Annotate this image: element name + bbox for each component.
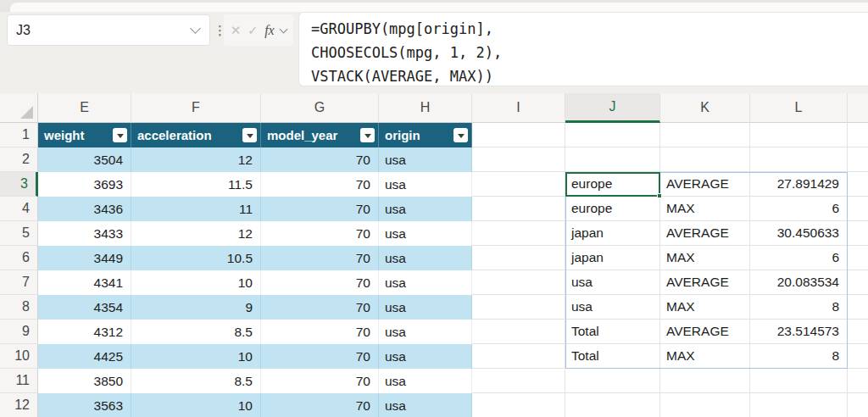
cell-J3[interactable]: europe	[565, 172, 660, 197]
cell-E5[interactable]: 3433	[38, 221, 131, 246]
cell-M1[interactable]	[848, 123, 868, 147]
cell-K8[interactable]: MAX	[660, 295, 750, 320]
cell-F4[interactable]: 11	[131, 197, 261, 221]
cell-M3[interactable]	[848, 172, 868, 197]
row-header-8[interactable]: 8	[0, 295, 38, 320]
cell-G11[interactable]: 70	[261, 369, 379, 393]
cell-L9[interactable]: 23.514573	[750, 320, 848, 344]
cell-L7[interactable]: 20.083534	[750, 270, 848, 295]
cell-I9[interactable]	[472, 320, 565, 344]
cell-K7[interactable]: AVERAGE	[660, 270, 750, 295]
cell-J2[interactable]	[565, 147, 660, 172]
cell-F6[interactable]: 10.5	[131, 246, 261, 270]
column-header-H[interactable]: H	[379, 93, 472, 123]
cell-I7[interactable]	[472, 270, 565, 295]
cell-J4[interactable]: europe	[565, 197, 660, 221]
row-header-3[interactable]: 3	[0, 172, 38, 197]
cell-H5[interactable]: usa	[379, 221, 472, 246]
fill-handle[interactable]	[657, 193, 662, 198]
cell-J11[interactable]	[565, 369, 660, 393]
cell-I3[interactable]	[472, 172, 565, 197]
cell-I1[interactable]	[472, 123, 565, 147]
cell-F8[interactable]: 9	[131, 295, 261, 320]
cell-K9[interactable]: AVERAGE	[660, 320, 750, 344]
cell-G5[interactable]: 70	[261, 221, 379, 246]
cell-L4[interactable]: 6	[750, 197, 848, 221]
cancel-icon[interactable]: ✕	[231, 23, 242, 38]
row-header-5[interactable]: 5	[0, 221, 38, 246]
cell-M9[interactable]	[848, 320, 868, 344]
cell-H8[interactable]: usa	[379, 295, 472, 320]
column-header-J[interactable]: J	[565, 93, 660, 123]
cell-L10[interactable]: 8	[750, 344, 848, 369]
cell-M2[interactable]	[848, 147, 868, 172]
cell-L3[interactable]: 27.891429	[750, 172, 848, 197]
row-header-2[interactable]: 2	[0, 147, 38, 172]
cell-F7[interactable]: 10	[131, 270, 261, 295]
cell-H4[interactable]: usa	[379, 197, 472, 221]
cell-E9[interactable]: 4312	[38, 320, 131, 344]
cell-J8[interactable]: usa	[565, 295, 660, 320]
cell-E10[interactable]: 4425	[38, 344, 131, 369]
cell-F5[interactable]: 12	[131, 221, 261, 246]
cell-E12[interactable]: 3563	[38, 393, 131, 417]
row-header-1[interactable]: 1	[0, 123, 38, 147]
cell-E3[interactable]: 3693	[38, 172, 131, 197]
cell-L6[interactable]: 6	[750, 246, 848, 270]
column-header-K[interactable]: K	[660, 93, 750, 123]
cell-F12[interactable]: 10	[131, 393, 261, 417]
cell-M10[interactable]	[848, 344, 868, 369]
cell-H10[interactable]: usa	[379, 344, 472, 369]
filter-button-acceleration[interactable]	[242, 128, 257, 142]
cell-G3[interactable]: 70	[261, 172, 379, 197]
cell-K4[interactable]: MAX	[660, 197, 750, 221]
row-header-9[interactable]: 9	[0, 320, 38, 344]
table-header-origin[interactable]: origin	[379, 123, 472, 147]
insert-function-icon[interactable]: fx	[264, 23, 275, 38]
cell-M8[interactable]	[848, 295, 868, 320]
cell-K3[interactable]: AVERAGE	[660, 172, 750, 197]
cell-F11[interactable]: 8.5	[131, 369, 261, 393]
cell-H3[interactable]: usa	[379, 172, 472, 197]
cell-K6[interactable]: MAX	[660, 246, 750, 270]
filter-button-origin[interactable]	[453, 128, 468, 142]
filter-button-model_year[interactable]	[360, 128, 375, 142]
row-header-11[interactable]: 11	[0, 369, 38, 393]
cell-G8[interactable]: 70	[261, 295, 379, 320]
cell-J6[interactable]: japan	[565, 246, 660, 270]
cell-G2[interactable]: 70	[261, 147, 379, 172]
cell-M11[interactable]	[848, 369, 868, 393]
column-header-G[interactable]: G	[261, 93, 379, 123]
cell-L5[interactable]: 30.450633	[750, 221, 848, 246]
cell-F10[interactable]: 10	[131, 344, 261, 369]
cell-F9[interactable]: 8.5	[131, 320, 261, 344]
column-header-L[interactable]: L	[750, 93, 848, 123]
cell-I2[interactable]	[472, 147, 565, 172]
cell-K5[interactable]: AVERAGE	[660, 221, 750, 246]
cell-J12[interactable]	[565, 393, 660, 417]
cell-E11[interactable]: 3850	[38, 369, 131, 393]
cell-G10[interactable]: 70	[261, 344, 379, 369]
cell-I5[interactable]	[472, 221, 565, 246]
cell-E4[interactable]: 3436	[38, 197, 131, 221]
cell-L11[interactable]	[750, 369, 848, 393]
cell-J5[interactable]: japan	[565, 221, 660, 246]
cell-E2[interactable]: 3504	[38, 147, 131, 172]
table-header-model_year[interactable]: model_year	[261, 123, 379, 147]
cell-H6[interactable]: usa	[379, 246, 472, 270]
cell-F3[interactable]: 11.5	[131, 172, 261, 197]
cell-L12[interactable]	[750, 393, 848, 417]
filter-button-weight[interactable]	[113, 128, 127, 142]
table-header-acceleration[interactable]: acceleration	[131, 123, 261, 147]
cell-H9[interactable]: usa	[379, 320, 472, 344]
row-header-6[interactable]: 6	[0, 246, 38, 270]
cell-L1[interactable]	[750, 123, 848, 147]
column-header-E[interactable]: E	[38, 93, 131, 123]
cell-G12[interactable]: 70	[261, 393, 379, 417]
cell-J9[interactable]: Total	[565, 320, 660, 344]
select-all-corner[interactable]	[0, 93, 38, 123]
chevron-down-icon[interactable]	[280, 25, 288, 33]
cell-J1[interactable]	[565, 123, 660, 147]
cell-E6[interactable]: 3449	[38, 246, 131, 270]
cell-K12[interactable]	[660, 393, 750, 417]
